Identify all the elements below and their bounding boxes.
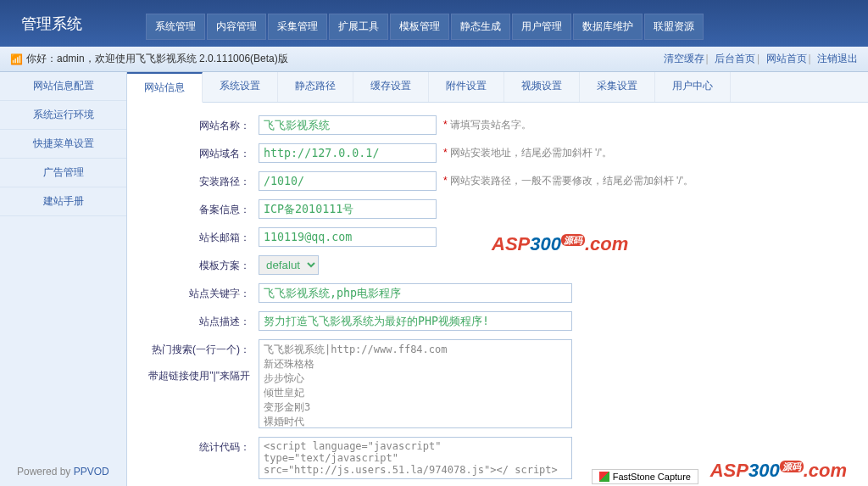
hint-site-name: *请填写贵站名字。 [443,118,531,132]
nav-union[interactable]: 联盟资源 [644,14,704,40]
sidebar-runtime[interactable]: 系统运行环境 [0,101,126,130]
nav-user[interactable]: 用户管理 [512,14,571,40]
select-template[interactable]: defalut [259,255,319,275]
nav-system[interactable]: 系统管理 [146,14,205,40]
hint-install-path: *网站安装路径，一般不需要修改，结尾必需加斜杆 '/'。 [443,174,693,188]
nav-static[interactable]: 静态生成 [451,14,510,40]
tab-attachment[interactable]: 附件设置 [429,72,504,102]
top-navigation: 系统管理 内容管理 采集管理 扩展工具 模板管理 静态生成 用户管理 数据库维护… [146,14,704,47]
greeting-text: 你好：admin，欢迎使用飞飞影视系统 2.0.111006(Beta)版 [26,52,288,66]
infobar-links: 清空缓存| 后台首页| 网站首页| 注销退出 [662,52,858,66]
label-icp: 备案信息： [136,199,259,217]
sidebar-shortcut[interactable]: 快捷菜单设置 [0,130,126,159]
input-email[interactable] [259,227,437,247]
tab-cache[interactable]: 缓存设置 [353,72,429,102]
input-install-path[interactable] [259,171,437,191]
nav-extend[interactable]: 扩展工具 [329,14,388,40]
tabs: 网站信息 系统设置 静态路径 缓存设置 附件设置 视频设置 采集设置 用户中心 [127,72,868,103]
sidebar-site-config[interactable]: 网站信息配置 [0,72,126,101]
link-admin-home[interactable]: 后台首页 [715,53,755,64]
input-site-url[interactable] [259,143,437,163]
label-hotsearch: 热门搜索(一行一个)： 带超链接使用"|"来隔开 [136,339,259,383]
header: 管理系统 系统管理 内容管理 采集管理 扩展工具 模板管理 静态生成 用户管理 … [0,0,868,47]
tab-static-path[interactable]: 静态路径 [278,72,353,102]
input-icp[interactable] [259,199,437,219]
nav-collect[interactable]: 采集管理 [268,14,327,40]
sidebar-ads[interactable]: 广告管理 [0,159,126,187]
label-install-path: 安装路径： [136,171,259,189]
info-bar: 📶 你好：admin，欢迎使用飞飞影视系统 2.0.111006(Beta)版 … [0,47,868,72]
label-template: 模板方案： [136,255,259,273]
label-email: 站长邮箱： [136,227,259,245]
tab-video[interactable]: 视频设置 [504,72,580,102]
tab-user-center[interactable]: 用户中心 [655,72,731,102]
label-site-url: 网站域名： [136,143,259,161]
label-site-name: 网站名称： [136,115,259,133]
powered-link[interactable]: PPVOD [74,466,109,478]
watermark-logo: ASP300源码.com [492,233,847,482]
link-site-home[interactable]: 网站首页 [766,53,807,64]
link-clear-cache[interactable]: 清空缓存 [664,53,704,64]
label-keywords: 站点关键字： [136,283,259,301]
input-site-name[interactable] [259,115,437,135]
content: 网站信息 系统设置 静态路径 缓存设置 附件设置 视频设置 采集设置 用户中心 … [127,72,868,486]
sidebar-manual[interactable]: 建站手册 [0,187,126,216]
tab-collect[interactable]: 采集设置 [580,72,655,102]
nav-template[interactable]: 模板管理 [390,14,449,40]
powered-by: Powered by PPVOD [17,466,109,478]
nav-content[interactable]: 内容管理 [207,14,266,40]
sidebar: 网站信息配置 系统运行环境 快捷菜单设置 广告管理 建站手册 Powered b… [0,72,127,486]
signal-icon: 📶 [10,53,23,65]
logo: 管理系统 [8,14,95,47]
label-description: 站点描述： [136,311,259,329]
tab-system[interactable]: 系统设置 [203,72,278,102]
tab-site-info[interactable]: 网站信息 [127,72,203,103]
link-logout[interactable]: 注销退出 [817,53,858,64]
hint-site-url: *网站安装地址，结尾必需加斜杆 '/'。 [443,146,612,160]
nav-database[interactable]: 数据库维护 [573,14,643,40]
main: 网站信息配置 系统运行环境 快捷菜单设置 广告管理 建站手册 Powered b… [0,72,868,486]
label-stats: 统计代码： [136,437,259,455]
